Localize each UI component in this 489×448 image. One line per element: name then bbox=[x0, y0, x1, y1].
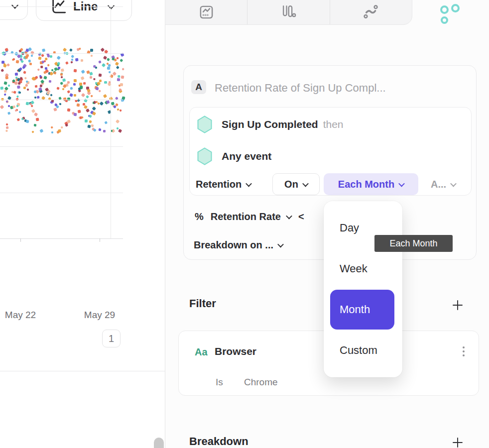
interval-dropdown[interactable]: Each Month bbox=[324, 173, 418, 195]
retention-scatter-plot bbox=[0, 0, 123, 239]
horizontal-divider bbox=[0, 371, 165, 371]
panel-divider bbox=[165, 0, 165, 448]
retention-controls-row: Retention On Each Month A... bbox=[190, 173, 471, 195]
interval-tooltip: Each Month bbox=[374, 235, 453, 252]
on-dropdown[interactable]: On bbox=[272, 173, 320, 195]
property-type-badge: Aa bbox=[195, 346, 208, 358]
measure-row[interactable]: % Retention Rate < bbox=[195, 211, 304, 223]
filter-value[interactable]: Chrome bbox=[244, 377, 278, 388]
truncated-dropdown[interactable]: A... bbox=[431, 173, 456, 195]
measure-trailing: < bbox=[298, 211, 304, 223]
menu-item-day[interactable]: Day bbox=[340, 222, 359, 234]
pagination-page-button[interactable]: 1 bbox=[102, 330, 121, 347]
x-axis-tick-label: May 22 bbox=[5, 310, 36, 321]
tab-flow[interactable] bbox=[330, 0, 412, 24]
filter-operator[interactable]: Is bbox=[216, 377, 223, 388]
event-name[interactable]: Sign Up Completed bbox=[222, 118, 318, 130]
tab-bar-chart[interactable] bbox=[247, 0, 329, 24]
add-breakdown-button[interactable] bbox=[451, 436, 464, 448]
scrollbar-thumb[interactable] bbox=[154, 438, 164, 448]
menu-item-week[interactable]: Week bbox=[340, 262, 367, 275]
event-connector: then bbox=[323, 118, 344, 130]
breakdown-on-dropdown[interactable]: Breakdown on ... bbox=[194, 239, 283, 251]
interval-menu: Day Week Month Custom bbox=[324, 201, 402, 377]
query-badge: A bbox=[191, 80, 206, 94]
analytics-screen: Line May 22May 29 1 bbox=[0, 0, 489, 448]
query-title[interactable]: Retention Rate of Sign Up Compl... bbox=[215, 82, 386, 95]
event-hexagon-icon bbox=[197, 147, 213, 165]
percent-symbol: % bbox=[195, 211, 204, 223]
add-filter-button[interactable] bbox=[451, 299, 464, 312]
filter-heading: Filter bbox=[189, 297, 216, 310]
flow-icon bbox=[363, 3, 379, 20]
event-step-row[interactable]: Any event bbox=[197, 147, 271, 165]
scatter-dots-icon bbox=[441, 16, 448, 24]
event-hexagon-icon bbox=[197, 115, 213, 133]
tab-chart-frame[interactable] bbox=[165, 0, 247, 24]
kebab-menu-icon[interactable] bbox=[463, 346, 465, 356]
scatter-dots-icon bbox=[451, 4, 460, 12]
event-steps-card: Sign Up Completed then Any event Retenti… bbox=[189, 107, 472, 196]
chevron-down-icon bbox=[286, 213, 292, 220]
tab-scatter-active[interactable] bbox=[440, 4, 465, 26]
x-axis-tick-label: May 29 bbox=[84, 310, 115, 321]
filter-property[interactable]: Browser bbox=[215, 345, 256, 357]
page-number: 1 bbox=[109, 333, 114, 344]
menu-item-custom[interactable]: Custom bbox=[340, 344, 377, 357]
bar-chart-icon bbox=[280, 4, 296, 20]
scatter-dots-icon bbox=[440, 5, 449, 14]
view-tabs bbox=[165, 0, 412, 25]
breakdown-heading: Breakdown bbox=[189, 435, 248, 448]
event-name[interactable]: Any event bbox=[222, 150, 271, 162]
retention-mode-dropdown[interactable]: Retention bbox=[196, 173, 251, 195]
event-step-row[interactable]: Sign Up Completed then bbox=[197, 115, 344, 133]
measure-label: Retention Rate bbox=[211, 211, 281, 223]
menu-item-month-selected[interactable]: Month bbox=[330, 290, 394, 330]
chart-frame-icon bbox=[199, 4, 214, 20]
